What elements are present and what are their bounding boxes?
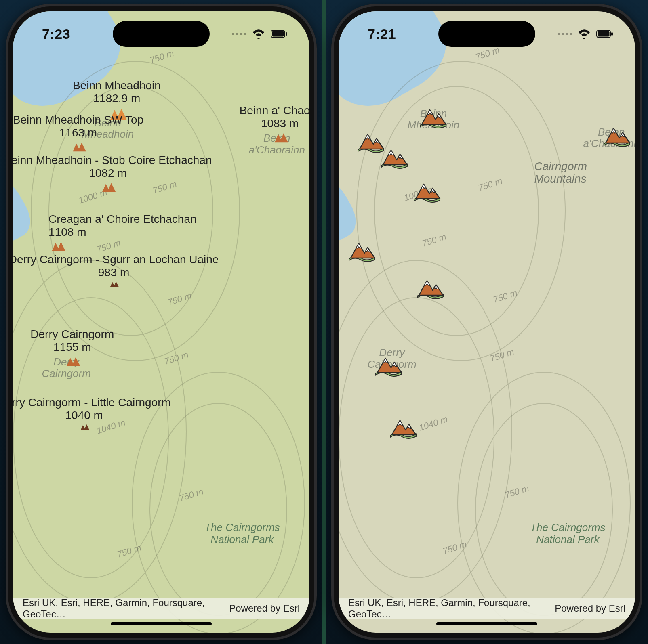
peak-elevation: 1155 m	[30, 341, 114, 354]
mountain-picture-icon	[379, 146, 410, 169]
mountain-picture-icon	[388, 416, 419, 439]
region-label: Cairngorm Mountains	[534, 160, 587, 185]
peak-elevation: 1108 m	[48, 226, 196, 239]
peak-name: Creagan a' Choire Etchachan	[48, 213, 196, 226]
mountain-picture-icon	[415, 277, 446, 299]
map-attribution-bar: Esri UK, Esri, HERE, Garmin, Foursquare,…	[13, 598, 309, 619]
contour-label: 750 m	[148, 48, 175, 66]
phone-frame-left: 7:23	[6, 4, 317, 640]
mountain-icon	[108, 279, 120, 290]
mountain-picture-icon	[373, 354, 405, 377]
peak-name: Derry Cairngorm - Sgurr an Lochan Uaine	[13, 254, 219, 266]
peak-marker[interactable]: Derry Cairngorm - Little Cairngorm1040 m	[13, 396, 171, 433]
peak-marker[interactable]: Derry Cairngorm - Sgurr an Lochan Uaine9…	[13, 254, 219, 290]
peak-name: Beinn Mheadhoin	[73, 80, 161, 92]
contour-line	[475, 403, 613, 616]
peak-name: Beinn Mheadhoin SW Top	[13, 114, 143, 126]
peak-marker[interactable]	[418, 106, 449, 128]
peak-elevation: 983 m	[13, 266, 219, 279]
peak-marker[interactable]: Beinn Mheadhoin SW Top1163 m	[13, 114, 143, 154]
comparison-stage: 7:23	[0, 0, 648, 644]
peak-marker[interactable]: Beinn a' Chaora1083 m	[240, 105, 309, 145]
svg-rect-4	[598, 31, 610, 37]
map-canvas-left[interactable]: 750 m1000 m750 m750 m750 m750 m1040 m750…	[13, 11, 309, 633]
peak-name: Beinn Mheadhoin - Stob Coire Etchachan	[13, 154, 212, 167]
peak-marker[interactable]	[415, 277, 446, 299]
svg-rect-1	[272, 31, 284, 37]
contour-line	[149, 403, 288, 616]
peak-marker[interactable]	[602, 124, 633, 147]
peak-elevation: 1182.9 m	[73, 92, 161, 105]
mountain-picture-icon	[602, 124, 633, 147]
status-time: 7:23	[42, 26, 70, 42]
home-indicator[interactable]	[111, 622, 212, 625]
peak-elevation: 1163 m	[13, 126, 143, 139]
vertical-divider	[322, 0, 326, 644]
battery-icon	[271, 29, 288, 38]
peak-marker[interactable]	[347, 239, 378, 262]
mountain-icon	[271, 130, 289, 145]
phone-screen-left[interactable]: 7:23	[13, 11, 309, 633]
peak-marker[interactable]	[388, 416, 419, 439]
svg-rect-5	[611, 32, 613, 36]
peak-elevation: 1083 m	[240, 117, 309, 130]
mountain-icon	[63, 354, 81, 369]
peak-marker[interactable]: Beinn Mheadhoin - Stob Coire Etchachan10…	[13, 154, 212, 195]
peak-elevation: 1082 m	[13, 167, 212, 180]
contour-label: 750 m	[474, 45, 501, 63]
park-label: The Cairngorms National Park	[204, 522, 280, 546]
cell-signal-icon	[232, 33, 246, 35]
attribution-sources: Esri UK, Esri, HERE, Garmin, Foursquare,…	[348, 597, 555, 620]
peak-name: Beinn a' Chaora	[240, 105, 309, 117]
mountain-picture-icon	[418, 106, 449, 128]
map-attribution-bar: Esri UK, Esri, HERE, Garmin, Foursquare,…	[339, 598, 635, 619]
map-canvas-right[interactable]: 750 m1000 m750 m750 m750 m750 m1040 m750…	[339, 11, 635, 633]
peak-name: Derry Cairngorm	[30, 328, 114, 341]
dynamic-island	[438, 21, 535, 47]
phone-frame-right: 7:21	[331, 4, 642, 640]
peak-marker[interactable]: Creagan a' Choire Etchachan1108 m	[48, 213, 196, 254]
battery-icon	[596, 29, 613, 38]
cell-signal-icon	[558, 33, 572, 35]
attribution-sources: Esri UK, Esri, HERE, Garmin, Foursquare,…	[23, 597, 229, 620]
attribution-powered-by[interactable]: Powered by Esri	[229, 603, 300, 614]
peak-marker[interactable]	[412, 180, 443, 203]
mountain-picture-icon	[412, 180, 443, 203]
dynamic-island	[113, 21, 210, 47]
park-label: The Cairngorms National Park	[530, 522, 605, 546]
mountain-picture-icon	[347, 239, 378, 262]
phone-screen-right[interactable]: 7:21	[339, 11, 635, 633]
mountain-icon	[69, 140, 87, 154]
peak-elevation: 1040 m	[13, 409, 171, 422]
peak-marker[interactable]: Derry Cairngorm1155 m	[30, 328, 114, 369]
peak-name: Derry Cairngorm - Little Cairngorm	[13, 396, 171, 409]
mountain-icon	[99, 180, 117, 195]
wifi-icon	[578, 29, 591, 39]
mountain-icon	[78, 422, 90, 433]
svg-rect-2	[286, 32, 287, 36]
mountain-icon	[48, 239, 66, 254]
home-indicator[interactable]	[436, 622, 537, 625]
peak-marker[interactable]	[373, 354, 405, 377]
peak-marker[interactable]	[379, 146, 410, 169]
attribution-powered-by[interactable]: Powered by Esri	[555, 603, 625, 614]
wifi-icon	[252, 29, 265, 39]
status-time: 7:21	[368, 26, 396, 42]
